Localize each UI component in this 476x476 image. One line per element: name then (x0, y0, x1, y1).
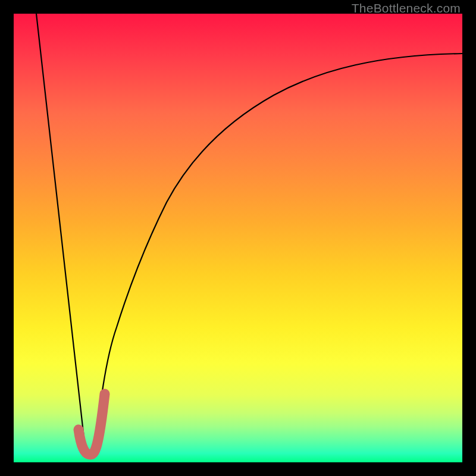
plot-area (14, 14, 462, 462)
watermark-text: TheBottleneck.com (352, 1, 461, 15)
chart-container: TheBottleneck.com (0, 0, 476, 476)
